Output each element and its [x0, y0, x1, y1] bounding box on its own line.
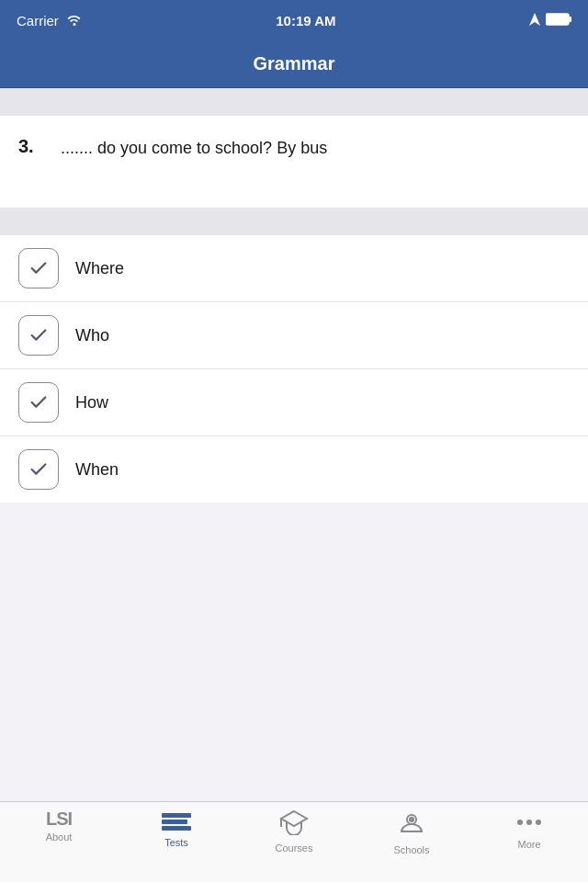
tab-label-courses: Courses [276, 842, 313, 854]
tab-item-about[interactable]: LSI About [0, 809, 118, 842]
more-dots-icon [517, 809, 541, 835]
checkbox-how[interactable] [18, 382, 59, 423]
svg-rect-1 [546, 14, 569, 25]
schools-icon [399, 809, 424, 841]
tab-label-schools: Schools [393, 844, 429, 855]
svg-marker-0 [529, 13, 540, 26]
svg-point-5 [410, 818, 413, 821]
tab-item-courses[interactable]: Courses [235, 809, 353, 854]
checkbox-when[interactable] [18, 449, 59, 490]
question-section: 3. ....... do you come to school? By bus [0, 116, 588, 208]
answer-label-where: Where [75, 259, 124, 278]
battery-icon [546, 13, 571, 28]
carrier-label: Carrier [17, 13, 59, 28]
status-left: Carrier [17, 13, 83, 28]
status-time: 10:19 AM [276, 13, 335, 28]
top-separator [0, 88, 588, 116]
answer-row-when[interactable]: When [0, 436, 588, 503]
tab-label-more: More [517, 839, 540, 850]
tab-label-tests: Tests [164, 837, 188, 848]
tests-icon [162, 809, 191, 833]
courses-icon [279, 809, 309, 839]
question-text: ....... do you come to school? By bus [61, 136, 327, 161]
tab-label-about: About [46, 831, 73, 842]
answer-row-who[interactable]: Who [0, 302, 588, 369]
mid-separator [0, 208, 588, 235]
answer-label-who: Who [75, 326, 109, 345]
checkbox-who[interactable] [18, 315, 59, 356]
nav-title: Grammar [254, 53, 335, 74]
answer-label-when: When [75, 460, 119, 480]
status-right [529, 13, 571, 28]
answer-row-how[interactable]: How [0, 369, 588, 436]
nav-bar: Grammar [0, 40, 588, 88]
location-icon [529, 13, 540, 28]
tab-item-tests[interactable]: Tests [118, 809, 235, 848]
tab-item-schools[interactable]: Schools [353, 809, 470, 855]
tab-item-more[interactable]: More [470, 809, 588, 850]
answers-section: Where Who How When [0, 235, 588, 503]
checkbox-where[interactable] [18, 248, 59, 288]
tab-bar: LSI About Tests Courses [0, 801, 588, 882]
lsi-logo-icon: LSI [46, 809, 72, 828]
status-bar: Carrier 10:19 AM [0, 0, 588, 40]
answer-label-how: How [75, 393, 108, 413]
wifi-icon [66, 13, 83, 28]
svg-rect-2 [570, 17, 572, 22]
answer-row-where[interactable]: Where [0, 235, 588, 302]
svg-marker-3 [281, 811, 307, 826]
question-number: 3. [18, 136, 46, 157]
